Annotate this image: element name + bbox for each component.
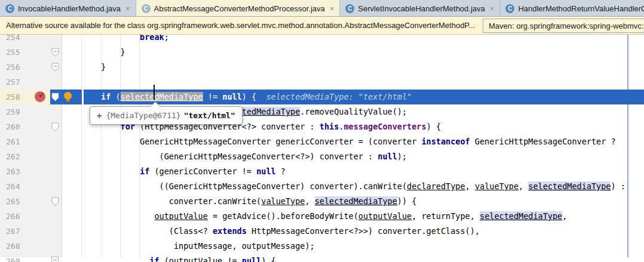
breakpoint-gutter[interactable] (30, 164, 50, 179)
code-token: ? (276, 167, 286, 176)
code-token: , (305, 196, 314, 206)
line-number[interactable]: 263 (0, 164, 30, 179)
breakpoint-gutter[interactable] (30, 239, 50, 254)
line-number[interactable]: 257 (0, 75, 30, 90)
tab-bar: CInvocableHandlerMethod.java×CAbstractMe… (0, 0, 644, 17)
code-area[interactable]: 254 break;255 }256 }257258 if (selectedM… (0, 30, 644, 262)
code-token: declaredType (407, 181, 465, 191)
code-line-268: 268 inputMessage, outputMessage); (0, 239, 644, 254)
code-line-text[interactable]: GenericHttpMessageConverter genericConve… (62, 134, 644, 149)
code-line-text[interactable]: converter.canWrite(valueType, selectedMe… (62, 194, 644, 209)
fold-gutter[interactable] (50, 119, 62, 134)
tab-servlet-invocable-handler-method[interactable]: CServletInvocableHandlerMethod.java× (340, 0, 500, 17)
line-number[interactable]: 255 (0, 45, 30, 60)
line-number[interactable]: 267 (0, 224, 30, 239)
debugger-value-tooltip: + {MediaType@6711} "text/html" (90, 106, 243, 125)
tab-abstract-message-converter-method-processor[interactable]: CAbstractMessageConverterMethodProcessor… (136, 0, 341, 17)
fold-gutter[interactable] (50, 239, 62, 254)
code-line-text[interactable]: if (outputValue != null) { (62, 254, 644, 262)
breakpoint-gutter[interactable] (30, 149, 50, 164)
breakpoint-gutter[interactable] (30, 194, 50, 209)
code-token: outputValue (154, 211, 207, 221)
breakpoint-gutter[interactable] (30, 224, 50, 239)
breakpoint-gutter[interactable] (30, 134, 50, 149)
fold-gutter[interactable] (50, 179, 62, 194)
fold-marker-icon[interactable] (51, 93, 60, 102)
line-number[interactable]: 261 (0, 134, 30, 149)
code-line-text[interactable]: if (genericConverter != null ? (62, 164, 644, 179)
tab-handler-method-return-value-handler-composite[interactable]: CHandlerMethodReturnValueHandlerCom (500, 0, 644, 17)
fold-gutter[interactable] (50, 90, 62, 104)
code-token: )) { (397, 196, 417, 206)
line-number[interactable]: 264 (0, 179, 30, 194)
code-line-264: 264 ((GenericHttpMessageConverter) conve… (0, 179, 644, 194)
fold-marker-icon[interactable] (51, 122, 60, 132)
line-number[interactable]: 268 (0, 239, 30, 254)
fold-marker-icon[interactable] (51, 63, 60, 72)
code-line-text[interactable]: outputValue = getAdvice().beforeBodyWrit… (62, 209, 644, 224)
fold-gutter[interactable] (50, 75, 62, 90)
code-line-text[interactable] (62, 75, 644, 90)
breakpoint-gutter[interactable] (30, 45, 50, 60)
tab-invocable-handler-method[interactable]: CInvocableHandlerMethod.java× (0, 0, 136, 17)
code-editor[interactable]: 254 break;255 }256 }257258 if (selectedM… (0, 30, 644, 257)
code-line-text[interactable]: } (62, 45, 644, 60)
code-line-text[interactable]: ((GenericHttpMessageConverter) converter… (62, 179, 644, 194)
code-token: , returnType, (412, 211, 480, 221)
maven-source-selector[interactable]: Maven: org.springframework:spring-webmvc… (483, 19, 644, 33)
breakpoint-gutter[interactable] (30, 90, 50, 104)
code-line-257: 257 (0, 75, 644, 90)
code-token: outputValue (358, 211, 412, 221)
code-token: null (242, 256, 262, 262)
breakpoint-gutter[interactable] (30, 104, 50, 119)
code-token: instanceof (421, 137, 470, 146)
line-number[interactable]: 258 (0, 90, 30, 104)
line-number[interactable]: 259 (0, 104, 30, 119)
fold-gutter[interactable] (50, 45, 62, 60)
code-line-text[interactable]: } (62, 60, 644, 75)
notification-banner: Alternative source available for the cla… (0, 17, 644, 35)
code-token: (Class<? (62, 226, 213, 236)
close-tab-icon[interactable]: × (490, 5, 495, 13)
breakpoint-gutter[interactable] (30, 254, 50, 262)
line-number[interactable]: 262 (0, 149, 30, 164)
fold-marker-icon[interactable] (51, 257, 59, 262)
fold-gutter[interactable] (50, 224, 62, 239)
code-line-text[interactable]: (GenericHttpMessageConverter<?>) convert… (62, 149, 644, 164)
fold-gutter[interactable] (50, 134, 62, 149)
line-number[interactable]: 269 (0, 254, 30, 262)
code-line-256: 256 } (0, 60, 644, 75)
code-line-text[interactable]: (Class<? extends HttpMessageConverter<?>… (62, 224, 644, 239)
breakpoint-gutter[interactable] (30, 119, 50, 134)
intention-bulb-icon[interactable] (64, 92, 72, 100)
breakpoint-gutter[interactable] (30, 179, 50, 194)
code-token: null (222, 92, 242, 101)
fold-gutter[interactable] (50, 60, 62, 75)
fold-marker-icon[interactable] (51, 197, 60, 206)
fold-gutter[interactable] (50, 164, 62, 179)
code-token: , (562, 211, 567, 221)
breakpoint-gutter[interactable] (30, 60, 50, 75)
fold-gutter[interactable] (50, 194, 62, 209)
breakpoint-gutter[interactable] (30, 209, 50, 224)
breakpoint-verified-icon[interactable] (35, 91, 45, 102)
tab-label: ServletInvocableHandlerMethod.java (358, 4, 484, 13)
code-token: GenericHttpMessageConverter ? (470, 137, 616, 146)
fold-gutter[interactable] (50, 209, 62, 224)
code-token: this (320, 122, 339, 131)
fold-gutter[interactable] (50, 104, 62, 119)
close-tab-icon[interactable]: × (125, 5, 130, 13)
close-tab-icon[interactable]: × (330, 5, 335, 13)
code-token: outputValue (169, 256, 222, 262)
line-number[interactable]: 260 (0, 119, 30, 134)
line-number[interactable]: 266 (0, 209, 30, 224)
code-line-262: 262 (GenericHttpMessageConverter<?>) con… (0, 149, 644, 164)
fold-marker-icon[interactable] (51, 48, 60, 57)
fold-gutter[interactable] (50, 149, 62, 164)
line-number[interactable]: 256 (0, 60, 30, 75)
line-number[interactable]: 265 (0, 194, 30, 209)
expand-node-icon[interactable]: + (97, 111, 102, 121)
class-icon: C (505, 4, 514, 13)
fold-gutter[interactable] (50, 254, 62, 262)
code-line-text[interactable]: inputMessage, outputMessage); (62, 239, 644, 254)
